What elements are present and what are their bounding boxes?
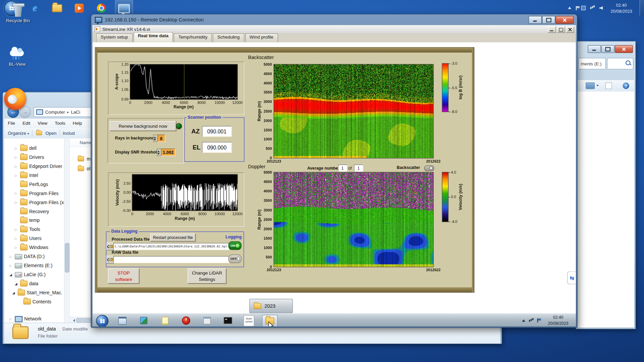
processed-drive-box[interactable]: C (106, 243, 114, 250)
maximize-button[interactable] (542, 16, 555, 24)
tree-item-intel[interactable]: ▷Intel (15, 171, 38, 179)
taskbar-power-button[interactable] (179, 315, 194, 326)
taskbar-scan-sched-button[interactable]: Scansched (241, 315, 256, 326)
backscatter-toggle[interactable] (424, 165, 434, 171)
tray-flag-icon[interactable] (537, 318, 538, 322)
el-value-field[interactable]: 090.000 (202, 142, 231, 153)
explorer-taskbar-button[interactable] (48, 0, 65, 16)
help-icon[interactable]: ? (623, 82, 629, 89)
expander-icon[interactable]: ▷ (15, 200, 18, 204)
tree-item-drivers[interactable]: ▷Drivers (15, 153, 44, 161)
average-number-field[interactable]: 1 (338, 165, 347, 172)
tree-item-lacie-g[interactable]: ◢LaCie (G:) (9, 270, 46, 279)
tree-item-data-d[interactable]: ▷DATA (D:) (9, 252, 45, 260)
taskbar-terminal-button[interactable] (221, 315, 235, 326)
chrome-taskbar-button[interactable] (93, 0, 110, 16)
raw-drive-box[interactable]: C (106, 256, 114, 263)
tree-item-network[interactable]: ▷Network (9, 315, 42, 323)
taskbar-app-window-button[interactable] (115, 315, 130, 326)
list-item[interactable]: ol (77, 165, 90, 173)
taskbar-app2-button[interactable] (137, 315, 151, 326)
search-input[interactable] (607, 58, 633, 69)
az-value-field[interactable]: 090.001 (202, 126, 231, 137)
expander-icon[interactable]: ▷ (15, 146, 18, 150)
snr-value[interactable]: 1.002 (161, 148, 175, 156)
tray-expand-icon[interactable] (522, 317, 525, 321)
address-field[interactable]: ments (E:) (578, 58, 606, 69)
tree-item-temp[interactable]: temp (15, 216, 40, 224)
tray-volume-icon[interactable] (599, 6, 603, 10)
menu-edit[interactable]: Edit (19, 121, 34, 126)
expander-icon[interactable]: ▷ (15, 228, 18, 231)
expander-icon[interactable]: ◢ (12, 291, 16, 295)
tab-temp-humidity[interactable]: Temp/humidity (174, 33, 212, 42)
media-player-taskbar-button[interactable] (71, 0, 88, 16)
raw-path-field[interactable] (113, 256, 229, 263)
expander-icon[interactable]: ◢ (9, 273, 13, 277)
tray-network-icon[interactable] (590, 7, 592, 9)
tray-box-icon[interactable] (581, 6, 586, 10)
tree-item-windows[interactable]: ▷Windows (15, 243, 48, 251)
minimize-button[interactable] (548, 26, 556, 33)
show-desktop-button[interactable] (640, 0, 644, 16)
tree-item-edgeport-driver[interactable]: ▷Edgeport Driver (15, 162, 62, 170)
organize-menu[interactable]: Organize ▾ (8, 130, 29, 135)
raw-logging-toggle[interactable]: OFF (228, 254, 241, 263)
expander-icon[interactable]: ▷ (15, 246, 18, 249)
tree-item-recovery[interactable]: Recovery (15, 207, 49, 215)
expander-icon[interactable]: ▷ (9, 264, 13, 267)
taskbar-setup-button[interactable] (200, 315, 214, 326)
menu-tools[interactable]: Tools (51, 121, 69, 126)
expander-icon[interactable]: ▷ (15, 173, 18, 177)
expander-icon[interactable]: ◢ (15, 282, 18, 286)
rays-value[interactable]: 8 (157, 135, 165, 142)
menu-file[interactable]: File (4, 121, 19, 126)
expander-icon[interactable]: ▷ (15, 191, 18, 195)
tab-system-setup[interactable]: System setup (96, 33, 133, 42)
tray-flag-icon[interactable] (576, 6, 577, 10)
menu-view[interactable]: View (34, 121, 51, 126)
remote-start-button[interactable] (96, 315, 109, 326)
tree-item-start-here-mac[interactable]: ◢Start_Here_Mac. (12, 289, 62, 297)
expander-icon[interactable]: ▷ (9, 317, 13, 321)
processed-logging-toggle[interactable]: ON (228, 241, 241, 250)
open-button[interactable]: Open (46, 130, 57, 135)
tree-item-contents[interactable]: Contents (18, 298, 51, 306)
tree-item-program-files[interactable]: ▷Program Files (15, 189, 59, 197)
tree-item-data[interactable]: ◢data (15, 280, 38, 288)
scrollbar-thumb[interactable] (65, 243, 69, 273)
tab-wind-profile[interactable]: Wind profile (245, 33, 278, 42)
breadcrumb-item-computer[interactable]: Computer (45, 110, 65, 115)
minimize-button[interactable] (588, 45, 601, 53)
scroll-left-icon[interactable] (70, 317, 75, 323)
tab-real-time-data[interactable]: Real time data (133, 32, 173, 43)
tree-item-tools[interactable]: ▷Tools (15, 225, 40, 233)
tree-item-perflogs[interactable]: PerfLogs (15, 180, 48, 188)
include-button[interactable]: Includ (63, 130, 75, 135)
tree-item-program-files-x[interactable]: ▷Program Files (x (15, 198, 64, 206)
host-clock[interactable]: 02:40 20/08/2023 (605, 2, 638, 14)
tree-item-users[interactable]: ▷Users (15, 234, 42, 242)
rdp-titlebar[interactable]: 192.168.0.150 - Remote Desktop Connectio… (91, 14, 577, 25)
expander-icon[interactable]: ▷ (15, 155, 18, 159)
menu-help[interactable]: Help (69, 121, 86, 126)
average-count-field[interactable]: 1 (354, 165, 363, 172)
tree-item-elements-e[interactable]: ▷Elements (E:) (9, 261, 52, 269)
processed-path-field[interactable]: C:\LiDAR\Data\Proc\2023\202308\20230820\… (113, 243, 229, 250)
expander-icon[interactable]: ▷ (15, 237, 18, 240)
restart-processed-button[interactable]: Restart processed file (150, 234, 196, 241)
restore-button[interactable] (557, 26, 565, 33)
tree-item-dell[interactable]: ▷dell (15, 144, 37, 152)
teamviewer-panel-icon[interactable]: ⇆ (567, 271, 576, 284)
remote-clock[interactable]: 02:40 20/08/2023 (548, 315, 568, 326)
desktop-icon-recycle-bin[interactable]: Recycle Bin (3, 2, 33, 23)
list-item[interactable]: m (77, 155, 91, 163)
expander-icon[interactable]: ▷ (9, 255, 13, 258)
maximize-button[interactable] (601, 45, 614, 53)
minimize-button[interactable] (529, 16, 542, 24)
firefox-window-peek[interactable] (4, 88, 26, 110)
folder-2023-button[interactable]: 2023 (249, 299, 293, 313)
stop-software-button[interactable]: STOPsoftware (108, 268, 139, 284)
preview-pane-icon[interactable] (605, 82, 612, 89)
tray-network-icon[interactable] (529, 319, 530, 321)
